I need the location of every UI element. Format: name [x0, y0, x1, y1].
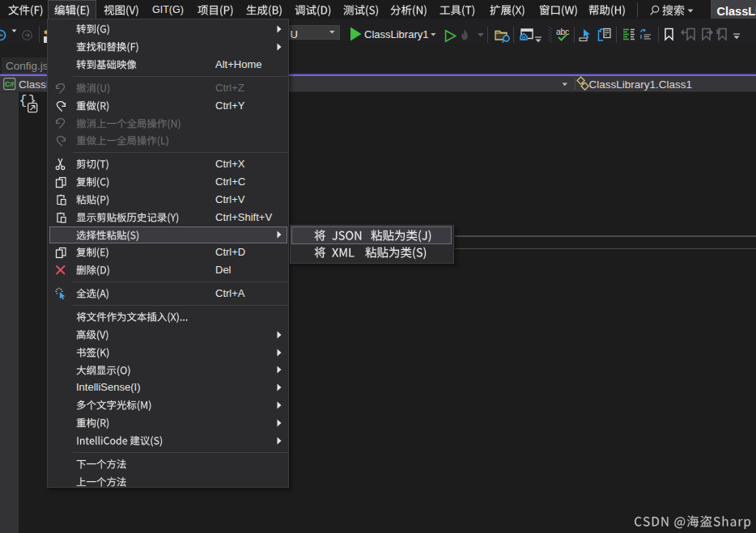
svg-text:C#: C# — [5, 80, 15, 88]
